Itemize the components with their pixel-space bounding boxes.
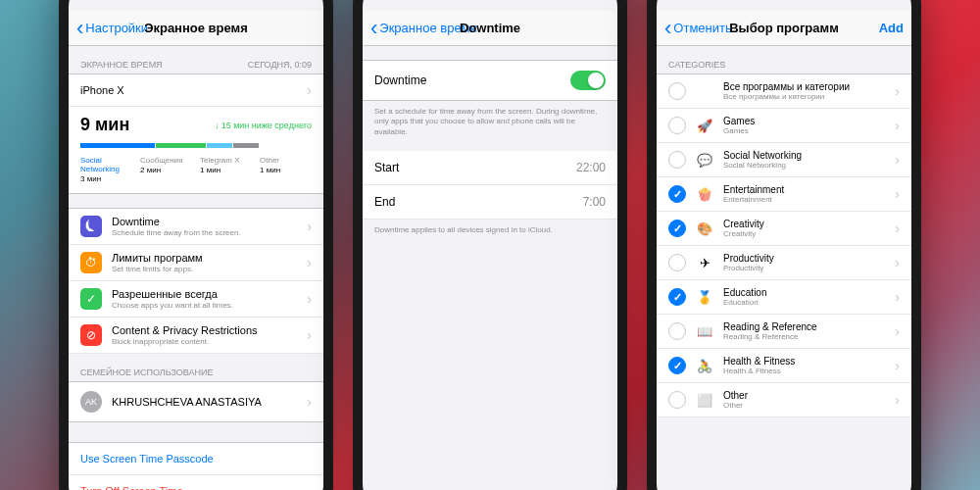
category-name: Other: [260, 156, 312, 165]
bar-segment: [80, 143, 155, 148]
category-icon: 🎨: [696, 220, 713, 237]
content[interactable]: ЭКРАННОЕ ВРЕМЯ Сегодня, 0:09 iPhone X› 9…: [69, 46, 323, 490]
checkbox[interactable]: [668, 288, 686, 306]
passcode-link[interactable]: Use Screen Time Passcode: [69, 442, 323, 475]
category-subtitle: Games: [723, 126, 885, 135]
checkbox[interactable]: [668, 82, 686, 100]
menu-row[interactable]: ✓Разрешенные всегдаChoose apps you want …: [69, 281, 323, 318]
content[interactable]: CATEGORIES Все программы и категорииВсе …: [657, 46, 911, 490]
category-row[interactable]: 🚴Health & FitnessHealth & Fitness›: [657, 349, 911, 383]
checkbox[interactable]: [668, 151, 686, 169]
category-text: EntertainmentEntertainment: [723, 184, 885, 204]
chevron-right-icon: ›: [307, 291, 312, 307]
category-row[interactable]: 💬Social NetworkingSocial Networking›: [657, 143, 911, 177]
checkbox[interactable]: [668, 357, 686, 374]
category-icon: [696, 82, 713, 100]
category-text: CreativityCreativity: [723, 219, 885, 238]
chevron-right-icon: ›: [307, 219, 312, 234]
category-text: Все программы и категорииВсе программы и…: [723, 81, 885, 101]
category-row[interactable]: 🥇EducationEducation›: [657, 280, 911, 315]
downtime-desc: Set a schedule for time away from the sc…: [363, 101, 617, 143]
downtime-toggle[interactable]: [570, 71, 606, 90]
nav-title: Экранное время: [144, 21, 248, 35]
chevron-right-icon: ›: [895, 358, 900, 373]
menu-subtitle: Schedule time away from the screen.: [112, 228, 297, 237]
menu-row[interactable]: ⏱Лимиты программSet time limits for apps…: [69, 245, 323, 281]
category-subtitle: Reading & Reference: [723, 332, 885, 341]
nav-bar: Отменить Выбор программ Add: [657, 11, 911, 46]
back-button[interactable]: Настройки: [76, 21, 148, 35]
bar-segment: [156, 143, 207, 148]
bar-segment: [233, 143, 259, 148]
category-time: 3 мин: [80, 174, 132, 183]
content[interactable]: Downtime Set a schedule for time away fr…: [363, 46, 617, 490]
checkbox[interactable]: [668, 117, 686, 134]
category-name: Telegram X: [200, 156, 252, 165]
category-row[interactable]: 🍿EntertainmentEntertainment›: [657, 177, 911, 212]
menu-row[interactable]: ⏾DowntimeSchedule time away from the scr…: [69, 208, 323, 245]
categories-header: CATEGORIES: [657, 46, 911, 74]
chevron-right-icon: ›: [895, 323, 900, 339]
family-member-row[interactable]: AK KHRUSHCHEVA ANASTASIYA ›: [69, 381, 323, 422]
phone-screen-time: 0:10 ⬶ Настройки Экранное время ЭКРАННОЕ…: [59, 0, 333, 490]
usage-bar-chart: [80, 143, 312, 148]
end-row[interactable]: End7:00: [363, 185, 617, 220]
category-row[interactable]: Все программы и категорииВсе программы и…: [657, 74, 911, 109]
category-time: 2 мин: [140, 166, 192, 174]
checkbox[interactable]: [668, 322, 686, 340]
category-row[interactable]: 🚀GamesGames›: [657, 109, 911, 143]
bar-segment: [207, 143, 232, 148]
menu-title: Лимиты программ: [112, 252, 297, 264]
category-item: Other1 мин: [260, 156, 312, 183]
checkbox[interactable]: [668, 254, 686, 271]
category-subtitle: Education: [723, 298, 885, 307]
category-subtitle: Productivity: [723, 264, 885, 272]
usage-summary[interactable]: iPhone X› 9 мин ↓ 15 мин ниже среднего S…: [69, 74, 323, 194]
toggle-label: Downtime: [374, 74, 426, 87]
nav-bar: Настройки Экранное время: [69, 11, 323, 46]
chevron-right-icon: ›: [895, 118, 900, 133]
screen: 0:10 ⬶ Настройки Экранное время ЭКРАННОЕ…: [69, 0, 323, 490]
chevron-right-icon: ›: [307, 255, 312, 270]
checkbox[interactable]: [668, 220, 686, 237]
total-time-row: 9 мин ↓ 15 мин ниже среднего: [69, 107, 323, 139]
category-subtitle: Health & Fitness: [723, 367, 885, 375]
category-subtitle: Social Networking: [723, 161, 885, 170]
screen: 0:10 ⬶ Экранное время Downtime Downtime …: [363, 0, 617, 490]
category-text: OtherOther: [723, 390, 885, 410]
category-title: Все программы и категории: [723, 81, 885, 92]
category-title: Health & Fitness: [723, 356, 885, 367]
category-row[interactable]: 🎨CreativityCreativity›: [657, 212, 911, 246]
menu-title: Downtime: [112, 216, 297, 227]
menu-icon: ⏾: [80, 216, 102, 237]
start-row[interactable]: Start22:00: [363, 151, 617, 185]
category-text: GamesGames: [723, 116, 885, 135]
category-title: Education: [723, 287, 885, 298]
chevron-right-icon: ›: [895, 83, 900, 99]
checkbox[interactable]: [668, 391, 686, 409]
menu-text: Разрешенные всегдаChoose apps you want a…: [112, 288, 297, 310]
category-list: Все программы и категорииВсе программы и…: [657, 74, 911, 417]
category-text: ProductivityProductivity: [723, 253, 885, 272]
menu-text: Лимиты программSet time limits for apps.: [112, 252, 297, 273]
cancel-button[interactable]: Отменить: [664, 21, 732, 35]
menu-row[interactable]: ⊘Content & Privacy RestrictionsBlock ina…: [69, 318, 323, 354]
chevron-right-icon: ›: [307, 82, 312, 98]
category-title: Social Networking: [723, 150, 885, 161]
status-bar: 0:10 ⬶: [657, 0, 911, 11]
total-time: 9 мин: [80, 115, 129, 135]
chevron-right-icon: ›: [895, 220, 900, 236]
nav-bar: Экранное время Downtime: [363, 11, 617, 46]
category-row[interactable]: 📖Reading & ReferenceReading & Reference›: [657, 315, 911, 349]
category-icon: 🍿: [696, 185, 713, 203]
add-button[interactable]: Add: [879, 21, 904, 35]
downtime-toggle-row[interactable]: Downtime: [363, 60, 617, 101]
category-row[interactable]: ⬜OtherOther›: [657, 383, 911, 417]
category-row[interactable]: ✈ProductivityProductivity›: [657, 246, 911, 280]
device-row: iPhone X›: [69, 74, 323, 107]
chevron-right-icon: ›: [895, 152, 900, 168]
screen: 0:10 ⬶ Отменить Выбор программ Add CATEG…: [657, 0, 911, 490]
settings-menu: ⏾DowntimeSchedule time away from the scr…: [69, 208, 323, 354]
turn-off-link[interactable]: Turn Off Screen Time: [69, 475, 323, 490]
checkbox[interactable]: [668, 185, 686, 203]
